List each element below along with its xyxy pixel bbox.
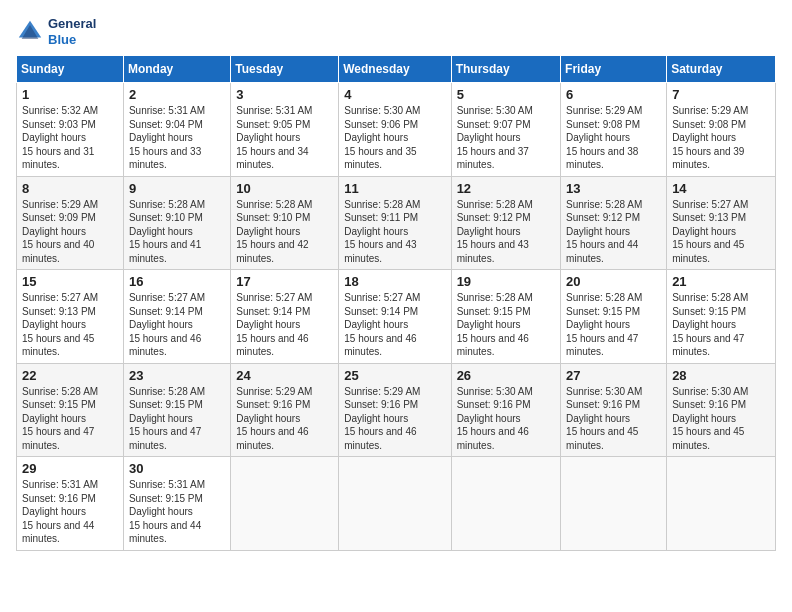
day-number: 28 bbox=[672, 368, 770, 383]
col-header-monday: Monday bbox=[123, 56, 230, 83]
calendar-cell: 24 Sunrise: 5:29 AMSunset: 9:16 PMDaylig… bbox=[231, 363, 339, 457]
col-header-friday: Friday bbox=[561, 56, 667, 83]
calendar-cell: 29 Sunrise: 5:31 AMSunset: 9:16 PMDaylig… bbox=[17, 457, 124, 551]
day-number: 13 bbox=[566, 181, 661, 196]
day-number: 3 bbox=[236, 87, 333, 102]
day-number: 11 bbox=[344, 181, 445, 196]
day-number: 10 bbox=[236, 181, 333, 196]
day-number: 17 bbox=[236, 274, 333, 289]
day-number: 6 bbox=[566, 87, 661, 102]
day-number: 27 bbox=[566, 368, 661, 383]
day-info: Sunrise: 5:29 AMSunset: 9:08 PMDaylight … bbox=[566, 105, 642, 170]
calendar-cell: 17 Sunrise: 5:27 AMSunset: 9:14 PMDaylig… bbox=[231, 270, 339, 364]
calendar-cell: 16 Sunrise: 5:27 AMSunset: 9:14 PMDaylig… bbox=[123, 270, 230, 364]
col-header-thursday: Thursday bbox=[451, 56, 560, 83]
day-number: 19 bbox=[457, 274, 555, 289]
calendar-cell: 30 Sunrise: 5:31 AMSunset: 9:15 PMDaylig… bbox=[123, 457, 230, 551]
week-row-2: 15 Sunrise: 5:27 AMSunset: 9:13 PMDaylig… bbox=[17, 270, 776, 364]
day-info: Sunrise: 5:28 AMSunset: 9:15 PMDaylight … bbox=[672, 292, 748, 357]
calendar-cell: 12 Sunrise: 5:28 AMSunset: 9:12 PMDaylig… bbox=[451, 176, 560, 270]
calendar-cell: 11 Sunrise: 5:28 AMSunset: 9:11 PMDaylig… bbox=[339, 176, 451, 270]
day-number: 24 bbox=[236, 368, 333, 383]
calendar-cell bbox=[231, 457, 339, 551]
calendar-cell: 15 Sunrise: 5:27 AMSunset: 9:13 PMDaylig… bbox=[17, 270, 124, 364]
day-info: Sunrise: 5:28 AMSunset: 9:10 PMDaylight … bbox=[236, 199, 312, 264]
day-number: 29 bbox=[22, 461, 118, 476]
day-info: Sunrise: 5:30 AMSunset: 9:06 PMDaylight … bbox=[344, 105, 420, 170]
day-number: 15 bbox=[22, 274, 118, 289]
calendar-cell: 18 Sunrise: 5:27 AMSunset: 9:14 PMDaylig… bbox=[339, 270, 451, 364]
day-info: Sunrise: 5:29 AMSunset: 9:08 PMDaylight … bbox=[672, 105, 748, 170]
calendar-cell: 7 Sunrise: 5:29 AMSunset: 9:08 PMDayligh… bbox=[667, 83, 776, 177]
day-number: 4 bbox=[344, 87, 445, 102]
day-number: 12 bbox=[457, 181, 555, 196]
day-info: Sunrise: 5:30 AMSunset: 9:16 PMDaylight … bbox=[566, 386, 642, 451]
logo-icon bbox=[16, 18, 44, 46]
calendar-cell: 6 Sunrise: 5:29 AMSunset: 9:08 PMDayligh… bbox=[561, 83, 667, 177]
calendar-cell bbox=[339, 457, 451, 551]
header-row: SundayMondayTuesdayWednesdayThursdayFrid… bbox=[17, 56, 776, 83]
day-info: Sunrise: 5:31 AMSunset: 9:15 PMDaylight … bbox=[129, 479, 205, 544]
day-info: Sunrise: 5:28 AMSunset: 9:12 PMDaylight … bbox=[566, 199, 642, 264]
day-info: Sunrise: 5:29 AMSunset: 9:09 PMDaylight … bbox=[22, 199, 98, 264]
calendar-cell: 26 Sunrise: 5:30 AMSunset: 9:16 PMDaylig… bbox=[451, 363, 560, 457]
calendar-cell: 19 Sunrise: 5:28 AMSunset: 9:15 PMDaylig… bbox=[451, 270, 560, 364]
day-info: Sunrise: 5:27 AMSunset: 9:14 PMDaylight … bbox=[236, 292, 312, 357]
day-number: 9 bbox=[129, 181, 225, 196]
day-number: 5 bbox=[457, 87, 555, 102]
day-number: 21 bbox=[672, 274, 770, 289]
logo: General Blue bbox=[16, 16, 96, 47]
calendar-cell: 23 Sunrise: 5:28 AMSunset: 9:15 PMDaylig… bbox=[123, 363, 230, 457]
day-number: 30 bbox=[129, 461, 225, 476]
calendar-cell: 25 Sunrise: 5:29 AMSunset: 9:16 PMDaylig… bbox=[339, 363, 451, 457]
calendar-cell: 22 Sunrise: 5:28 AMSunset: 9:15 PMDaylig… bbox=[17, 363, 124, 457]
calendar-cell: 8 Sunrise: 5:29 AMSunset: 9:09 PMDayligh… bbox=[17, 176, 124, 270]
day-number: 22 bbox=[22, 368, 118, 383]
day-info: Sunrise: 5:27 AMSunset: 9:14 PMDaylight … bbox=[344, 292, 420, 357]
day-number: 7 bbox=[672, 87, 770, 102]
logo-text-line1: General bbox=[48, 16, 96, 32]
day-number: 16 bbox=[129, 274, 225, 289]
day-info: Sunrise: 5:28 AMSunset: 9:15 PMDaylight … bbox=[129, 386, 205, 451]
calendar-cell: 9 Sunrise: 5:28 AMSunset: 9:10 PMDayligh… bbox=[123, 176, 230, 270]
day-info: Sunrise: 5:31 AMSunset: 9:05 PMDaylight … bbox=[236, 105, 312, 170]
calendar-cell: 28 Sunrise: 5:30 AMSunset: 9:16 PMDaylig… bbox=[667, 363, 776, 457]
calendar-cell: 21 Sunrise: 5:28 AMSunset: 9:15 PMDaylig… bbox=[667, 270, 776, 364]
day-number: 14 bbox=[672, 181, 770, 196]
day-info: Sunrise: 5:28 AMSunset: 9:15 PMDaylight … bbox=[566, 292, 642, 357]
col-header-tuesday: Tuesday bbox=[231, 56, 339, 83]
calendar-cell bbox=[667, 457, 776, 551]
calendar-cell: 5 Sunrise: 5:30 AMSunset: 9:07 PMDayligh… bbox=[451, 83, 560, 177]
col-header-sunday: Sunday bbox=[17, 56, 124, 83]
calendar-cell bbox=[561, 457, 667, 551]
week-row-0: 1 Sunrise: 5:32 AMSunset: 9:03 PMDayligh… bbox=[17, 83, 776, 177]
calendar-cell: 2 Sunrise: 5:31 AMSunset: 9:04 PMDayligh… bbox=[123, 83, 230, 177]
week-row-4: 29 Sunrise: 5:31 AMSunset: 9:16 PMDaylig… bbox=[17, 457, 776, 551]
calendar-cell: 13 Sunrise: 5:28 AMSunset: 9:12 PMDaylig… bbox=[561, 176, 667, 270]
day-info: Sunrise: 5:27 AMSunset: 9:13 PMDaylight … bbox=[672, 199, 748, 264]
day-number: 8 bbox=[22, 181, 118, 196]
week-row-3: 22 Sunrise: 5:28 AMSunset: 9:15 PMDaylig… bbox=[17, 363, 776, 457]
day-info: Sunrise: 5:29 AMSunset: 9:16 PMDaylight … bbox=[344, 386, 420, 451]
day-info: Sunrise: 5:28 AMSunset: 9:12 PMDaylight … bbox=[457, 199, 533, 264]
day-info: Sunrise: 5:31 AMSunset: 9:04 PMDaylight … bbox=[129, 105, 205, 170]
calendar-cell: 27 Sunrise: 5:30 AMSunset: 9:16 PMDaylig… bbox=[561, 363, 667, 457]
week-row-1: 8 Sunrise: 5:29 AMSunset: 9:09 PMDayligh… bbox=[17, 176, 776, 270]
calendar-cell: 20 Sunrise: 5:28 AMSunset: 9:15 PMDaylig… bbox=[561, 270, 667, 364]
day-info: Sunrise: 5:27 AMSunset: 9:14 PMDaylight … bbox=[129, 292, 205, 357]
day-number: 18 bbox=[344, 274, 445, 289]
day-info: Sunrise: 5:28 AMSunset: 9:15 PMDaylight … bbox=[22, 386, 98, 451]
calendar-cell: 4 Sunrise: 5:30 AMSunset: 9:06 PMDayligh… bbox=[339, 83, 451, 177]
day-number: 20 bbox=[566, 274, 661, 289]
day-info: Sunrise: 5:28 AMSunset: 9:10 PMDaylight … bbox=[129, 199, 205, 264]
day-number: 26 bbox=[457, 368, 555, 383]
col-header-saturday: Saturday bbox=[667, 56, 776, 83]
calendar-cell bbox=[451, 457, 560, 551]
day-number: 2 bbox=[129, 87, 225, 102]
day-number: 23 bbox=[129, 368, 225, 383]
day-info: Sunrise: 5:30 AMSunset: 9:16 PMDaylight … bbox=[457, 386, 533, 451]
logo-text-line2: Blue bbox=[48, 32, 96, 48]
calendar-cell: 14 Sunrise: 5:27 AMSunset: 9:13 PMDaylig… bbox=[667, 176, 776, 270]
day-info: Sunrise: 5:30 AMSunset: 9:16 PMDaylight … bbox=[672, 386, 748, 451]
calendar-cell: 3 Sunrise: 5:31 AMSunset: 9:05 PMDayligh… bbox=[231, 83, 339, 177]
